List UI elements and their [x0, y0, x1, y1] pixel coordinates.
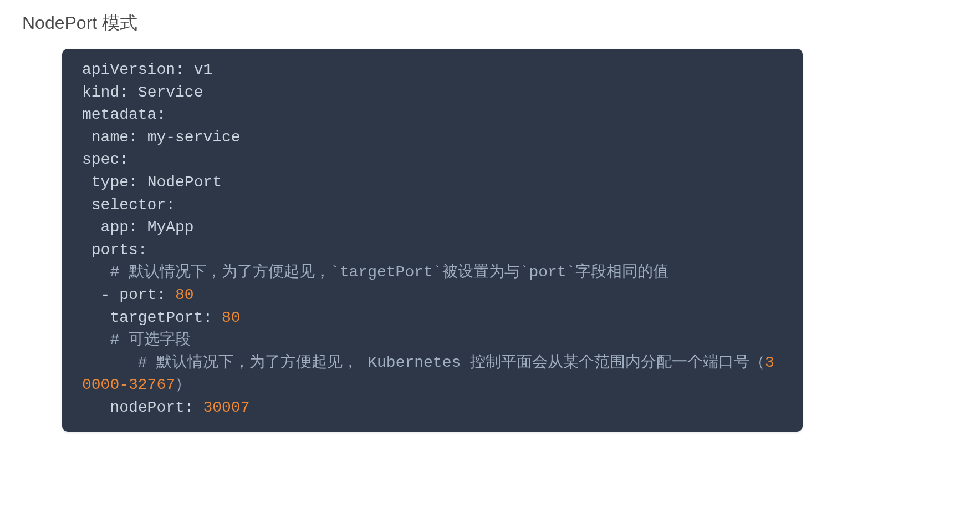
code-line: - port: 80: [82, 284, 783, 307]
space: [185, 61, 194, 78]
yaml-number: 80: [175, 286, 194, 303]
colon: :: [166, 196, 175, 214]
code-line: app: MyApp: [82, 216, 783, 239]
yaml-code-block: apiVersion: v1 kind: Service metadata: n…: [62, 49, 803, 432]
colon: :: [203, 309, 212, 326]
space: [138, 129, 147, 146]
yaml-key: kind: [82, 84, 119, 101]
colon: :: [119, 151, 129, 168]
colon: :: [175, 61, 185, 78]
space: [110, 286, 119, 303]
yaml-key: type: [91, 174, 129, 191]
yaml-value: v1: [194, 61, 213, 78]
code-line: apiVersion: v1: [82, 59, 783, 82]
space: [194, 399, 203, 416]
yaml-key: ports: [91, 241, 138, 259]
yaml-key: name: [91, 129, 129, 146]
colon: :: [129, 174, 138, 191]
code-line: type: NodePort: [82, 171, 783, 194]
colon: :: [129, 129, 138, 146]
yaml-key: port: [119, 286, 156, 303]
space: [138, 219, 147, 236]
code-line: kind: Service: [82, 82, 783, 104]
yaml-dash: -: [101, 286, 110, 303]
yaml-key: selector: [91, 196, 166, 214]
yaml-comment: # 默认情况下，为了方便起见，`targetPort`被设置为与`port`字段…: [110, 264, 668, 281]
code-line: metadata:: [82, 104, 783, 126]
code-line: spec:: [82, 149, 783, 171]
code-line: # 可选字段: [82, 329, 783, 352]
yaml-key: spec: [82, 151, 119, 168]
comment-text: # 默认情况下，为了方便起见， Kubernetes 控制平面会从某个范围内分配…: [138, 354, 765, 371]
code-line: nodePort: 30007: [82, 397, 783, 419]
space: [166, 286, 175, 303]
colon: :: [156, 286, 166, 303]
space: [138, 174, 147, 191]
yaml-key: apiVersion: [82, 61, 175, 78]
colon: :: [156, 106, 166, 123]
yaml-value: my-service: [147, 129, 241, 146]
code-line: selector:: [82, 194, 783, 217]
space: [212, 309, 222, 326]
colon: :: [138, 241, 147, 259]
yaml-value: MyApp: [147, 219, 194, 236]
code-line: targetPort: 80: [82, 307, 783, 330]
yaml-comment: # 可选字段: [110, 331, 191, 348]
code-line: ports:: [82, 239, 783, 262]
yaml-key: nodePort: [110, 399, 184, 416]
yaml-comment: # 默认情况下，为了方便起见， Kubernetes 控制平面会从某个范围内分配…: [82, 354, 774, 394]
yaml-value: Service: [138, 84, 203, 101]
yaml-value: NodePort: [147, 174, 222, 191]
code-line: name: my-service: [82, 126, 783, 149]
code-line: # 默认情况下，为了方便起见， Kubernetes 控制平面会从某个范围内分配…: [82, 352, 783, 397]
space: [129, 84, 138, 101]
colon: :: [185, 399, 194, 416]
yaml-key: app: [101, 219, 129, 236]
yaml-number: 80: [222, 309, 241, 326]
comment-text: ）: [175, 376, 191, 393]
colon: :: [119, 84, 129, 101]
yaml-number: 30007: [203, 399, 249, 416]
colon: :: [129, 219, 138, 236]
yaml-key: targetPort: [110, 309, 203, 326]
code-line: # 默认情况下，为了方便起见，`targetPort`被设置为与`port`字段…: [82, 261, 783, 284]
section-heading: NodePort 模式: [22, 11, 958, 36]
yaml-key: metadata: [82, 106, 156, 123]
